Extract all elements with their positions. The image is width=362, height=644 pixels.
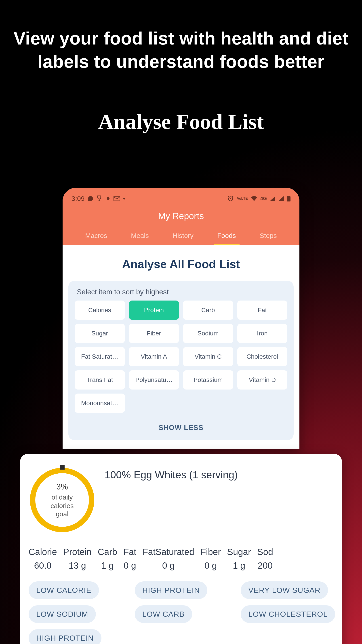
sort-chip[interactable]: Calories xyxy=(75,300,125,320)
battery-icon xyxy=(287,196,291,202)
sort-chip[interactable]: Vitamin D xyxy=(237,370,288,390)
nutrient-item: Fiber0 g xyxy=(200,547,221,571)
ring-sub3: goal xyxy=(56,510,69,518)
nutrient-item: FatSaturated0 g xyxy=(143,547,194,571)
tab-history[interactable]: History xyxy=(171,229,195,245)
nutrient-value: 13 g xyxy=(63,560,92,571)
diet-badge: LOW CALORIE xyxy=(28,582,99,599)
sort-chip[interactable]: Vitamin A xyxy=(129,347,179,366)
sort-chip[interactable]: Monounsat… xyxy=(75,394,125,413)
content-title: Analyse All Food List xyxy=(68,245,294,281)
signal-icon xyxy=(270,196,275,201)
sort-chip[interactable]: Sugar xyxy=(75,324,125,343)
promo-heading: View your food list with health and diet… xyxy=(0,0,362,73)
sort-chip[interactable]: Protein xyxy=(129,300,179,320)
lte-icon: VoLTE xyxy=(237,197,248,200)
sort-chip-grid: CaloriesProteinCarbFatSugarFiberSodiumIr… xyxy=(75,300,287,413)
svg-rect-2 xyxy=(288,196,289,196)
svg-rect-0 xyxy=(114,196,120,201)
sort-chip[interactable]: Vitamin C xyxy=(183,347,233,366)
promo-subheading: Analyse Food List xyxy=(0,109,362,134)
dot-icon xyxy=(123,198,125,200)
nutrient-value: 1 g xyxy=(227,560,251,571)
status-right: VoLTE 4G xyxy=(228,196,291,202)
sort-chip[interactable]: Fat Saturat… xyxy=(75,347,125,366)
nutrient-item: Carb1 g xyxy=(98,547,117,571)
flame-icon xyxy=(105,196,110,202)
tab-bar: MacrosMealsHistoryFoodsSteps xyxy=(71,229,291,245)
sort-panel: Select item to sort by highest CaloriesP… xyxy=(68,281,294,440)
ring-sub2: calories xyxy=(50,502,73,510)
tab-meals[interactable]: Meals xyxy=(130,229,150,245)
nutrient-value: 1 g xyxy=(98,560,117,571)
diet-badge: HIGH PROTEIN xyxy=(135,582,208,599)
food-name: 100% Egg Whites (1 serving) xyxy=(105,466,238,481)
nutrient-label: FatSaturated xyxy=(143,547,194,557)
sort-chip[interactable]: Fiber xyxy=(129,324,179,343)
diet-badge: HIGH PROTEIN xyxy=(28,629,101,644)
nutrient-value: 0 g xyxy=(123,560,136,571)
ring-center-text: 3% of daily calories goal xyxy=(28,466,96,534)
sort-chip[interactable]: Polyunsatu… xyxy=(129,370,179,390)
svg-rect-3 xyxy=(287,196,291,202)
sort-chip[interactable]: Potassium xyxy=(183,370,233,390)
nutrient-value: 200 xyxy=(257,560,273,571)
ring-percent: 3% xyxy=(56,482,68,492)
sort-label: Select item to sort by highest xyxy=(75,288,287,296)
nutrient-item: Sod200 xyxy=(257,547,273,571)
wifi-icon xyxy=(251,196,257,201)
diet-badge-list: LOW CALORIEHIGH PROTEINVERY LOW SUGARLOW… xyxy=(28,582,334,644)
nutrient-label: Fat xyxy=(123,547,136,557)
tab-foods[interactable]: Foods xyxy=(216,229,237,245)
nutrient-label: Fiber xyxy=(200,547,221,557)
signal-icon-2 xyxy=(278,196,284,201)
status-time: 3:09 xyxy=(71,195,84,202)
tab-macros[interactable]: Macros xyxy=(84,229,108,245)
food-detail-card: 3% of daily calories goal 100% Egg White… xyxy=(20,454,342,644)
sort-chip[interactable]: Fat xyxy=(237,300,288,320)
nutrient-item: Protein13 g xyxy=(63,547,92,571)
app-icon xyxy=(96,196,102,202)
sort-chip[interactable]: Iron xyxy=(237,324,288,343)
sort-chip[interactable]: Carb xyxy=(183,300,233,320)
diet-badge: LOW CHOLESTEROL xyxy=(241,605,335,623)
diet-badge: VERY LOW SUGAR xyxy=(241,582,328,599)
nutrient-row: Calorie60.0Protein13 gCarb1 gFat0 gFatSa… xyxy=(28,547,334,571)
nutrient-value: 0 g xyxy=(143,560,194,571)
sort-chip[interactable]: Sodium xyxy=(183,324,233,343)
nutrient-item: Sugar1 g xyxy=(227,547,251,571)
status-left: 3:09 xyxy=(71,195,125,202)
nutrient-label: Sugar xyxy=(227,547,251,557)
nutrient-label: Carb xyxy=(98,547,117,557)
phone-frame: 3:09 VoLTE xyxy=(62,188,300,449)
nutrient-label: Calorie xyxy=(28,547,57,557)
main-content: Analyse All Food List Select item to sor… xyxy=(62,245,300,449)
calorie-progress-ring: 3% of daily calories goal xyxy=(28,466,96,534)
show-less-button[interactable]: SHOW LESS xyxy=(75,413,287,436)
chat-icon xyxy=(88,196,93,202)
diet-badge: LOW SODIUM xyxy=(28,605,96,623)
status-bar: 3:09 VoLTE xyxy=(71,192,291,205)
nutrient-item: Calorie60.0 xyxy=(28,547,57,571)
nutrient-item: Fat0 g xyxy=(123,547,136,571)
tab-steps[interactable]: Steps xyxy=(258,229,278,245)
diet-badge: LOW CARB xyxy=(135,605,192,623)
mail-icon xyxy=(113,196,120,201)
nutrient-value: 60.0 xyxy=(28,560,57,571)
nutrient-value: 0 g xyxy=(200,560,221,571)
sort-chip[interactable]: Cholesterol xyxy=(237,347,288,366)
app-header: 3:09 VoLTE xyxy=(62,188,300,245)
alarm-icon xyxy=(228,196,234,202)
nutrient-label: Protein xyxy=(63,547,92,557)
sort-chip[interactable]: Trans Fat xyxy=(75,370,125,390)
network-label: 4G xyxy=(260,196,267,202)
nutrient-label: Sod xyxy=(257,547,273,557)
page-title: My Reports xyxy=(71,205,291,229)
ring-sub1: of daily xyxy=(51,493,73,502)
